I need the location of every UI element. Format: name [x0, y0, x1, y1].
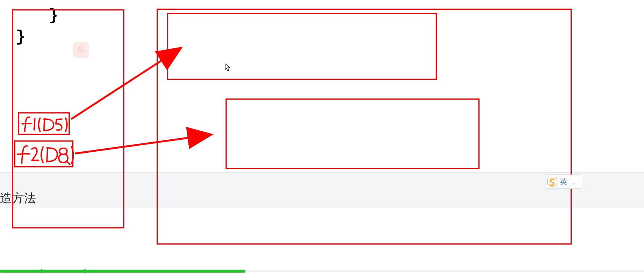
- ime-language-label: 英 ，: [560, 177, 578, 187]
- annotation-source-f2: [14, 140, 73, 167]
- video-progress-bar[interactable]: [0, 270, 644, 272]
- slide-footer-text: 造方法: [0, 190, 36, 207]
- progress-marker: [84, 269, 85, 273]
- progress-marker: [41, 269, 42, 273]
- ime-indicator[interactable]: 英 ，: [545, 175, 582, 189]
- sogou-ime-icon: [547, 176, 557, 187]
- annotation-target-1: [167, 13, 437, 80]
- annotation-source-f1: [18, 112, 70, 135]
- video-progress-fill: [0, 270, 245, 273]
- mouse-cursor-icon: [224, 63, 231, 72]
- annotation-target-2: [226, 98, 480, 169]
